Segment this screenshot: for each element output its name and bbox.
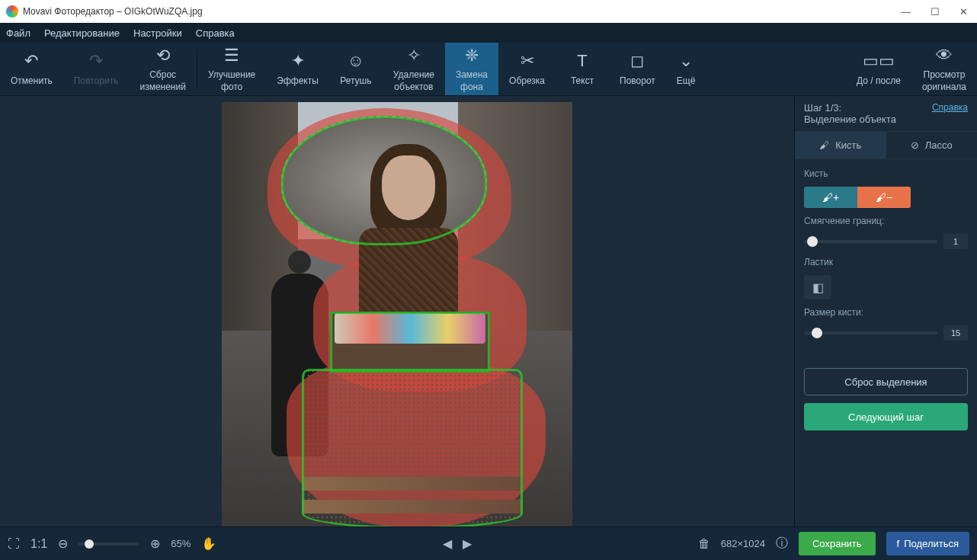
minimize-button[interactable]: — <box>898 6 914 18</box>
share-label: Поделиться <box>904 538 959 549</box>
facebook-icon: f <box>897 538 900 549</box>
brush-subtract-button[interactable]: 🖌− <box>857 187 911 208</box>
sliders-icon: ☰ <box>224 45 239 67</box>
redo-label: Повторить <box>74 75 119 88</box>
reset-icon: ⟲ <box>156 45 170 67</box>
edge-softening-slider[interactable] <box>804 240 937 243</box>
next-step-button[interactable]: Следующий шаг <box>804 403 968 430</box>
rotate-label: Поворот <box>620 75 655 88</box>
brush-section-label: Кисть <box>804 168 968 179</box>
brush-size-label: Размер кисти: <box>804 307 968 318</box>
undo-button[interactable]: ↶Отменить <box>0 43 63 95</box>
save-button[interactable]: Сохранить <box>799 532 876 555</box>
delete-button[interactable]: 🗑 <box>698 537 710 551</box>
maximize-button[interactable]: ☐ <box>927 6 943 18</box>
remove-obj-label: Удаление объектов <box>393 69 434 93</box>
info-button[interactable]: ⓘ <box>776 536 788 552</box>
brush-icon: 🖌 <box>819 139 829 151</box>
brush-size-slider[interactable] <box>804 331 937 334</box>
tab-lasso[interactable]: ⊘Лассо <box>886 132 978 159</box>
pan-button[interactable]: ✋ <box>201 536 216 551</box>
zoom-percent: 65% <box>171 538 191 549</box>
eraser-button[interactable]: ◧ <box>804 275 831 299</box>
share-button[interactable]: fПоделиться <box>886 532 969 555</box>
zoom-in-button[interactable]: ⊕ <box>150 536 160 551</box>
face-icon: ☺ <box>348 50 364 72</box>
replace-background-button[interactable]: ❈Замена фона <box>445 43 498 95</box>
crop-icon: ✂ <box>521 50 534 72</box>
prev-image-button[interactable]: ◀ <box>443 536 452 551</box>
sparkle-icon: ✦ <box>291 50 305 72</box>
main-toolbar: ↶Отменить ↷Повторить ⟲Сброс изменений ☰У… <box>0 43 977 96</box>
text-button[interactable]: TТекст <box>556 43 609 95</box>
effects-label: Эффекты <box>277 75 319 88</box>
tab-brush-label: Кисть <box>835 139 861 151</box>
before-after-button[interactable]: ▭▭До / после <box>846 43 911 95</box>
menu-bar: Файл Редактирование Настройки Справка <box>0 23 977 43</box>
undo-icon: ↶ <box>24 50 38 72</box>
brush-add-button[interactable]: 🖌+ <box>804 187 857 208</box>
eye-icon: 👁 <box>936 45 953 67</box>
edge-softening-value: 1 <box>943 234 968 249</box>
close-button[interactable]: ✕ <box>956 6 971 18</box>
text-label: Текст <box>571 75 594 88</box>
menu-file[interactable]: Файл <box>6 27 30 39</box>
app-logo-icon <box>6 5 18 18</box>
rotate-button[interactable]: ◻Поворот <box>609 43 666 95</box>
view-original-label: Просмотр оригинала <box>922 69 966 93</box>
reset-selection-button[interactable]: Сброс выделения <box>804 368 968 395</box>
lasso-icon: ⊘ <box>911 139 919 151</box>
step-indicator: Шаг 1/3: <box>804 102 896 114</box>
before-after-label: До / после <box>857 75 901 88</box>
eraser-label: Ластик <box>804 257 968 267</box>
menu-edit[interactable]: Редактирование <box>44 27 120 39</box>
image-dimensions: 682×1024 <box>721 538 765 549</box>
puzzle-icon: ✧ <box>407 45 421 67</box>
tab-lasso-label: Лассо <box>925 139 953 151</box>
enhance-label: Улучшение фото <box>208 69 255 93</box>
fit-to-screen-button[interactable]: ⛶ <box>8 537 20 551</box>
brush-size-value: 15 <box>943 325 968 341</box>
view-original-button[interactable]: 👁Просмотр оригинала <box>911 43 977 95</box>
actual-size-button[interactable]: 1:1 <box>30 537 47 551</box>
editing-image[interactable] <box>222 102 572 526</box>
window-title: Movavi Фоторедактор – OIGkOtWuZQA.jpg <box>23 6 898 17</box>
retouch-button[interactable]: ☺Ретушь <box>329 43 383 95</box>
retouch-label: Ретушь <box>340 75 371 88</box>
bottom-bar: ⛶ 1:1 ⊖ ⊕ 65% ✋ ◀ ▶ 🗑 682×1024 ⓘ Сохрани… <box>0 526 977 560</box>
reset-changes-button[interactable]: ⟲Сброс изменений <box>129 43 196 95</box>
undo-label: Отменить <box>11 75 53 88</box>
redo-icon: ↷ <box>89 50 103 72</box>
zoom-out-button[interactable]: ⊖ <box>58 536 68 551</box>
chevron-down-icon: ⌄ <box>679 50 693 72</box>
step-title: Выделение объекта <box>804 114 896 125</box>
menu-help[interactable]: Справка <box>196 27 235 39</box>
brush-plus-icon: 🖌+ <box>822 191 839 203</box>
reset-label: Сброс изменений <box>139 69 185 93</box>
next-image-button[interactable]: ▶ <box>463 536 472 551</box>
background-icon: ❈ <box>465 45 479 67</box>
zoom-slider[interactable] <box>78 542 139 546</box>
enhance-photo-button[interactable]: ☰Улучшение фото <box>197 43 266 95</box>
redo-button[interactable]: ↷Повторить <box>63 43 130 95</box>
crop-button[interactable]: ✂Обрезка <box>498 43 556 95</box>
replace-bg-label: Замена фона <box>456 69 488 93</box>
help-link[interactable]: Справка <box>932 102 968 113</box>
rotate-icon: ◻ <box>630 50 644 72</box>
window-titlebar: Movavi Фоторедактор – OIGkOtWuZQA.jpg — … <box>0 0 977 23</box>
menu-settings[interactable]: Настройки <box>133 27 182 39</box>
eraser-icon: ◧ <box>812 280 824 295</box>
tab-brush[interactable]: 🖌Кисть <box>795 132 886 159</box>
effects-button[interactable]: ✦Эффекты <box>266 43 329 95</box>
canvas-area[interactable] <box>0 96 794 526</box>
compare-icon: ▭▭ <box>863 50 895 72</box>
text-icon: T <box>577 50 587 72</box>
side-panel: Шаг 1/3: Выделение объекта Справка 🖌Кист… <box>794 96 977 526</box>
brush-minus-icon: 🖌− <box>876 191 892 203</box>
crop-label: Обрезка <box>509 75 545 88</box>
more-label: Ещё <box>677 75 696 88</box>
edge-softening-label: Смягчение границ: <box>804 216 968 226</box>
remove-objects-button[interactable]: ✧Удаление объектов <box>383 43 445 95</box>
more-tools-button[interactable]: ⌄Ещё <box>666 43 706 95</box>
